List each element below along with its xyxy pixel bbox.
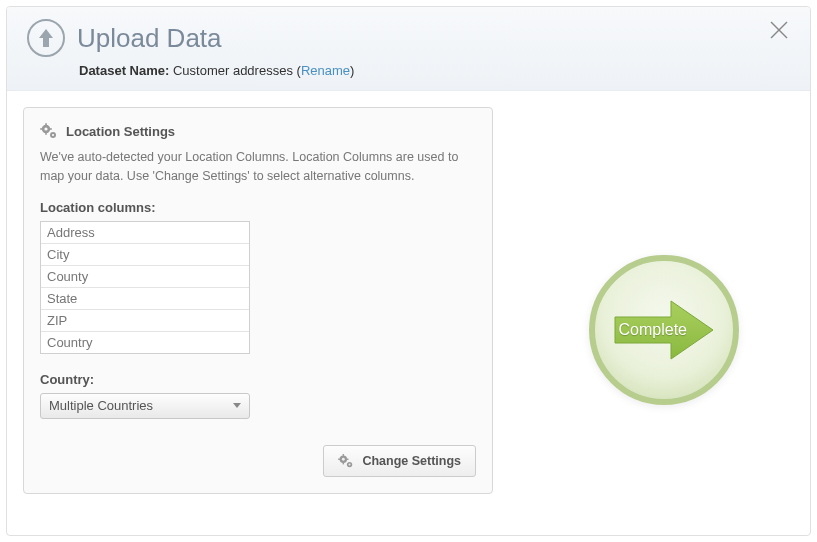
list-item: City [41, 244, 249, 266]
dialog-header: Upload Data Dataset Name: Customer addre… [7, 7, 810, 91]
svg-rect-13 [343, 462, 344, 464]
svg-point-9 [52, 134, 54, 136]
gears-icon [40, 122, 58, 140]
location-columns-list: Address City County State ZIP Country [40, 221, 250, 354]
location-settings-panel: Location Settings We've auto-detected yo… [23, 107, 493, 494]
svg-point-17 [349, 463, 351, 465]
dataset-name-row: Dataset Name: Customer addresses (Rename… [79, 63, 790, 78]
country-select[interactable]: Multiple Countries [40, 393, 250, 419]
svg-rect-7 [50, 128, 52, 130]
svg-rect-14 [339, 458, 341, 459]
svg-rect-15 [347, 458, 349, 459]
chevron-down-icon [233, 403, 241, 408]
svg-rect-12 [343, 454, 344, 456]
svg-rect-4 [45, 123, 47, 125]
panel-description: We've auto-detected your Location Column… [40, 148, 476, 186]
close-button[interactable] [768, 19, 790, 45]
upload-data-dialog: Upload Data Dataset Name: Customer addre… [6, 6, 811, 536]
list-item: Country [41, 332, 249, 353]
gears-icon [338, 453, 354, 469]
svg-rect-5 [45, 133, 47, 135]
svg-point-11 [342, 457, 345, 460]
dataset-name-value: Customer addresses [173, 63, 293, 78]
list-item: ZIP [41, 310, 249, 332]
list-item: County [41, 266, 249, 288]
list-item: State [41, 288, 249, 310]
dataset-name-label: Dataset Name: [79, 63, 169, 78]
svg-rect-6 [40, 128, 42, 130]
dialog-title: Upload Data [77, 23, 222, 54]
svg-point-3 [44, 127, 47, 130]
rename-link[interactable]: Rename [301, 63, 350, 78]
panel-title: Location Settings [66, 124, 175, 139]
complete-label: Complete [619, 321, 687, 339]
change-settings-label: Change Settings [362, 454, 461, 468]
list-item: Address [41, 222, 249, 244]
complete-button[interactable]: Complete [589, 255, 739, 405]
change-settings-button[interactable]: Change Settings [323, 445, 476, 477]
country-label: Country: [40, 372, 476, 387]
upload-icon [27, 19, 65, 57]
location-columns-label: Location columns: [40, 200, 476, 215]
country-select-value: Multiple Countries [49, 398, 153, 413]
